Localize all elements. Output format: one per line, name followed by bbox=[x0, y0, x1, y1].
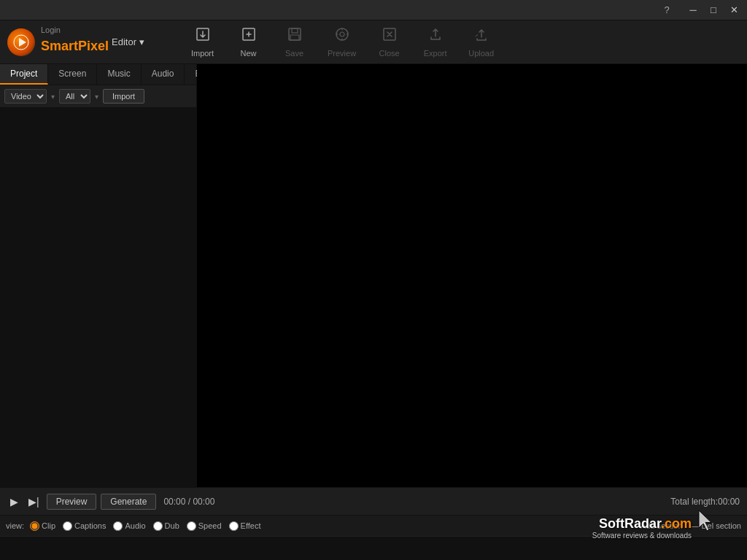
import-media-button[interactable]: Import bbox=[103, 89, 144, 104]
close-project-label: Close bbox=[379, 49, 400, 58]
radio-clip-input[interactable] bbox=[30, 521, 39, 531]
svg-rect-5 bbox=[292, 28, 298, 33]
radio-dub[interactable]: Dub bbox=[153, 521, 179, 531]
watermark-sub-text: Software reviews & downloads bbox=[592, 532, 692, 540]
video-type-filter[interactable]: Video bbox=[4, 89, 47, 104]
import-label: Import bbox=[191, 49, 214, 58]
media-area bbox=[0, 108, 196, 487]
tab-music[interactable]: Music bbox=[97, 64, 141, 85]
toolbar: Import New Save bbox=[168, 23, 747, 61]
login-label: Login bbox=[41, 26, 109, 34]
timecode: 00:00 / 00:00 bbox=[163, 497, 214, 507]
close-project-button[interactable]: Close bbox=[369, 23, 409, 61]
generate-button[interactable]: Generate bbox=[101, 494, 156, 510]
radio-audio[interactable]: Audio bbox=[113, 521, 145, 531]
save-label: Save bbox=[285, 49, 303, 58]
total-length: Total length:00:00 bbox=[670, 497, 740, 507]
app-logo bbox=[7, 28, 35, 56]
left-panel: Project Screen Music Audio Effect Video … bbox=[0, 64, 197, 487]
view-radio-group: Clip Captions Audio Dub Speed Effect bbox=[30, 521, 260, 531]
upload-label: Upload bbox=[468, 49, 494, 58]
help-button[interactable]: ? bbox=[657, 3, 677, 18]
filter-row: Video ▾ All ▾ Import bbox=[0, 85, 196, 108]
play-button[interactable]: ▶ bbox=[7, 494, 21, 509]
view-label: view: bbox=[6, 521, 24, 530]
radio-clip[interactable]: Clip bbox=[30, 521, 55, 531]
radio-effect-input[interactable] bbox=[229, 521, 239, 531]
chevron-down-icon-2: ▾ bbox=[95, 93, 98, 101]
logo-area: Login SmartPixel Editor ▾ bbox=[0, 28, 168, 56]
radio-speed-input[interactable] bbox=[187, 521, 196, 531]
export-label: Export bbox=[424, 49, 447, 58]
upload-button[interactable]: Upload bbox=[461, 23, 501, 61]
close-project-icon bbox=[382, 26, 398, 46]
tab-project[interactable]: Project bbox=[0, 64, 48, 85]
radio-captions-input[interactable] bbox=[63, 521, 72, 531]
radio-speed[interactable]: Speed bbox=[187, 521, 222, 531]
tabs-row: Project Screen Music Audio Effect bbox=[0, 64, 196, 85]
chevron-down-icon: ▾ bbox=[51, 93, 55, 101]
title-bar: ? ─ □ ✕ bbox=[0, 0, 747, 20]
preview-area bbox=[197, 64, 747, 487]
play-next-button[interactable]: ▶| bbox=[26, 494, 42, 509]
minimize-button[interactable]: ─ bbox=[683, 3, 703, 18]
watermark-icon bbox=[694, 509, 718, 538]
app-name: SmartPixel bbox=[41, 39, 109, 54]
watermark-area: SoftRadar.com Software reviews & downloa… bbox=[592, 509, 718, 540]
upload-icon bbox=[473, 26, 489, 46]
preview-toolbar-button[interactable]: Preview bbox=[320, 23, 363, 61]
close-window-button[interactable]: ✕ bbox=[724, 3, 744, 18]
import-icon bbox=[195, 26, 211, 46]
preview-label: Preview bbox=[328, 49, 356, 58]
new-button[interactable]: New bbox=[228, 23, 268, 61]
main-layout: Project Screen Music Audio Effect Video … bbox=[0, 64, 747, 487]
radio-audio-input[interactable] bbox=[113, 521, 123, 531]
import-button[interactable]: Import bbox=[182, 23, 222, 61]
radio-captions[interactable]: Captions bbox=[63, 521, 106, 531]
all-filter[interactable]: All bbox=[59, 89, 90, 104]
svg-point-8 bbox=[340, 32, 344, 36]
tab-screen[interactable]: Screen bbox=[48, 64, 97, 85]
header: Login SmartPixel Editor ▾ Import bbox=[0, 20, 747, 64]
radio-dub-input[interactable] bbox=[153, 521, 163, 531]
radio-effect[interactable]: Effect bbox=[229, 521, 261, 531]
save-button[interactable]: Save bbox=[274, 23, 314, 61]
save-icon bbox=[287, 26, 303, 46]
svg-marker-10 bbox=[699, 510, 711, 531]
new-icon bbox=[241, 26, 257, 46]
editor-dropdown-button[interactable]: Editor ▾ bbox=[112, 36, 144, 47]
tab-audio[interactable]: Audio bbox=[142, 64, 185, 85]
restore-button[interactable]: □ bbox=[703, 3, 724, 18]
svg-rect-6 bbox=[290, 35, 299, 40]
watermark-main-text: SoftRadar.com bbox=[592, 516, 692, 532]
export-button[interactable]: Export bbox=[415, 23, 455, 61]
export-icon bbox=[427, 26, 444, 46]
new-label: New bbox=[240, 49, 256, 58]
svg-marker-1 bbox=[19, 38, 26, 47]
preview-timeline-button[interactable]: Preview bbox=[47, 494, 97, 510]
preview-icon bbox=[334, 26, 350, 46]
